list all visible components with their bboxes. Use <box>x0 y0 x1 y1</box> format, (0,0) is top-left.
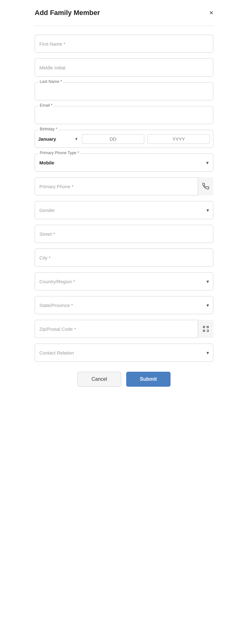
contact-relation-select[interactable]: Contact Relation Spouse Child Parent Sib… <box>35 344 213 362</box>
svg-rect-1 <box>207 326 208 328</box>
phone-type-group: Primary Phone Type * Mobile Home Work Ot… <box>35 153 213 172</box>
first-name-group <box>35 35 213 53</box>
birthday-day-input[interactable] <box>82 134 144 144</box>
birthday-box: January February March April May June Ju… <box>35 130 213 148</box>
country-select[interactable]: Country/Region * United States Canada Un… <box>35 272 213 290</box>
phone-type-select[interactable]: Mobile Home Work Other <box>39 160 209 165</box>
middle-initial-group <box>35 58 213 77</box>
phone-type-box: Mobile Home Work Other <box>35 153 213 172</box>
close-button[interactable]: × <box>209 9 213 16</box>
modal-header: Add Family Member × <box>35 9 213 17</box>
cancel-button[interactable]: Cancel <box>77 372 121 387</box>
gender-group: Gender Male Female Non-binary Prefer not… <box>35 201 213 219</box>
birthday-month-wrapper: January February March April May June Ju… <box>38 136 79 142</box>
email-input[interactable] <box>35 106 213 124</box>
street-input[interactable] <box>35 225 213 243</box>
middle-initial-input[interactable] <box>35 58 213 77</box>
birthday-year-input[interactable] <box>147 134 210 144</box>
city-input[interactable] <box>35 249 213 267</box>
birthday-month-select[interactable]: January February March April May June Ju… <box>38 136 79 142</box>
modal-container: Add Family Member × Last Name * Email * … <box>27 0 221 644</box>
svg-rect-0 <box>203 326 205 328</box>
primary-phone-input[interactable] <box>35 177 213 195</box>
country-group: Country/Region * United States Canada Un… <box>35 272 213 290</box>
email-group: Email * <box>35 106 213 124</box>
submit-button[interactable]: Submit <box>126 372 171 387</box>
phone-icon[interactable] <box>198 177 213 195</box>
street-group <box>35 225 213 243</box>
buttons-row: Cancel Submit <box>35 372 213 387</box>
phone-type-label: Primary Phone Type * <box>38 150 80 155</box>
contact-relation-group: Contact Relation Spouse Child Parent Sib… <box>35 344 213 362</box>
modal-title: Add Family Member <box>35 9 100 17</box>
svg-rect-2 <box>203 330 205 332</box>
state-select[interactable]: State/Province * Alabama Alaska Arizona … <box>35 296 213 314</box>
email-label: Email * <box>38 103 54 108</box>
city-group <box>35 249 213 267</box>
primary-phone-group <box>35 177 213 195</box>
last-name-input[interactable] <box>35 82 213 100</box>
header-divider <box>35 26 213 26</box>
zip-group <box>35 320 213 338</box>
birthday-label: Birthday * <box>38 127 58 131</box>
birthday-group: Birthday * January February March April … <box>35 130 213 148</box>
gender-select[interactable]: Gender Male Female Non-binary Prefer not… <box>35 201 213 219</box>
state-group: State/Province * Alabama Alaska Arizona … <box>35 296 213 314</box>
last-name-label: Last Name * <box>38 79 63 84</box>
zip-input[interactable] <box>35 320 213 338</box>
first-name-input[interactable] <box>35 35 213 53</box>
zip-scan-icon[interactable] <box>198 320 213 338</box>
last-name-group: Last Name * <box>35 82 213 100</box>
